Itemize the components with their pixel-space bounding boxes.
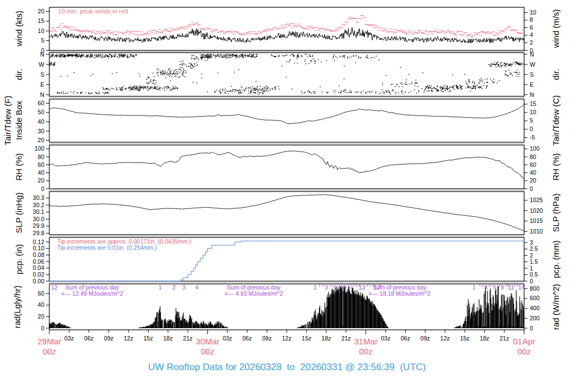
dir-dot bbox=[244, 90, 246, 91]
dir-dot bbox=[140, 76, 141, 77]
dir-dot bbox=[422, 88, 423, 90]
dir-dot bbox=[104, 57, 105, 58]
dir-dot bbox=[467, 86, 469, 87]
dir-dot bbox=[315, 91, 316, 92]
dir-dot bbox=[113, 56, 114, 57]
dir-dot bbox=[195, 59, 196, 60]
dir-dot bbox=[268, 91, 269, 92]
dir-dot bbox=[174, 71, 175, 72]
dir-dot bbox=[104, 94, 105, 95]
dir-dot bbox=[473, 81, 474, 82]
x-label-minor: 12z bbox=[124, 335, 133, 342]
dir-dot bbox=[285, 55, 286, 56]
dir-dot bbox=[472, 82, 473, 83]
dir-dot bbox=[235, 58, 237, 59]
dir-dot bbox=[342, 55, 344, 57]
dir-dot bbox=[95, 92, 96, 94]
dir-dot bbox=[114, 54, 115, 55]
dir-dot bbox=[219, 57, 220, 58]
dir-dot bbox=[297, 63, 298, 64]
dir-dot bbox=[405, 92, 406, 93]
dir-dot bbox=[386, 75, 387, 76]
dir-dot bbox=[504, 65, 505, 66]
dir-dot bbox=[228, 54, 229, 55]
dir-dot bbox=[55, 55, 56, 56]
dir-dot bbox=[163, 73, 164, 74]
dir-dot bbox=[121, 87, 122, 88]
dir-dot bbox=[184, 76, 186, 77]
dir-dot bbox=[226, 54, 227, 55]
dir-dot bbox=[351, 57, 352, 58]
dir-dot bbox=[335, 90, 336, 91]
dir-dot bbox=[256, 88, 257, 90]
dir-dot bbox=[408, 74, 409, 75]
dir-dot bbox=[129, 87, 130, 88]
dir-dot bbox=[274, 56, 275, 57]
axis-title-slp-left: SLP (inHg) bbox=[14, 192, 24, 233]
x-label-minor: 09z bbox=[104, 335, 113, 342]
dir-dot bbox=[469, 82, 470, 83]
dir-dot bbox=[505, 71, 506, 72]
dir-dot bbox=[176, 69, 177, 70]
dir-dot bbox=[147, 90, 149, 91]
dir-dot bbox=[278, 86, 279, 87]
dir-dot bbox=[182, 60, 183, 62]
dir-dot bbox=[498, 64, 499, 65]
dir-dot bbox=[174, 76, 175, 77]
dir-dot bbox=[446, 86, 447, 87]
dir-dot bbox=[258, 94, 259, 95]
annotation: 3 bbox=[182, 284, 186, 291]
annotation: 3 bbox=[484, 284, 488, 291]
x-label-minor: 18z bbox=[480, 335, 489, 342]
dir-dot bbox=[415, 80, 416, 81]
dir-dot bbox=[497, 62, 498, 63]
dir-dot bbox=[334, 54, 335, 55]
tick-label-rh-right: 40 bbox=[530, 169, 536, 176]
dir-dot bbox=[358, 91, 359, 92]
dir-dot bbox=[201, 77, 202, 78]
dir-dot bbox=[262, 89, 263, 90]
dir-dot bbox=[183, 64, 184, 66]
dir-dot bbox=[154, 80, 155, 81]
dir-dot bbox=[466, 81, 467, 82]
dir-dot bbox=[496, 63, 497, 64]
dir-dot bbox=[465, 88, 466, 89]
dir-dot bbox=[65, 57, 66, 58]
dir-dot bbox=[59, 56, 61, 57]
dir-dot bbox=[516, 72, 517, 73]
dir-dot bbox=[340, 57, 341, 58]
dir-dot bbox=[355, 92, 357, 93]
dir-dot bbox=[53, 54, 54, 55]
dir-dot bbox=[344, 78, 345, 80]
dir-dot bbox=[334, 60, 335, 62]
dir-dot bbox=[406, 84, 408, 85]
dir-dot bbox=[81, 92, 82, 93]
dir-dot bbox=[103, 55, 104, 57]
dir-dot bbox=[154, 88, 155, 89]
dir-dot bbox=[408, 92, 409, 94]
dir-dot bbox=[429, 85, 430, 86]
x-label-minor: 18z bbox=[163, 335, 173, 342]
dir-dot bbox=[347, 57, 348, 58]
dir-dot bbox=[124, 55, 126, 57]
dir-dot bbox=[460, 85, 461, 86]
dir-dot bbox=[293, 54, 294, 55]
annotation: 2 bbox=[172, 284, 175, 291]
dir-dot bbox=[469, 87, 470, 88]
dir-dot bbox=[376, 91, 377, 92]
dir-dot bbox=[501, 67, 502, 68]
dir-dot bbox=[180, 69, 182, 70]
tick-label-rh-left: 60 bbox=[38, 161, 44, 168]
tick-label-pcp-right: 0.5 bbox=[530, 271, 538, 278]
dir-dot bbox=[358, 57, 359, 58]
dir-dot bbox=[64, 55, 66, 56]
dir-dot bbox=[475, 84, 476, 85]
dir-dot bbox=[475, 88, 476, 90]
dir-dot bbox=[231, 86, 232, 87]
dir-dot bbox=[309, 63, 310, 64]
dir-dot bbox=[517, 74, 519, 75]
dir-dot bbox=[410, 91, 411, 92]
dir-dot bbox=[388, 90, 389, 91]
dir-dot bbox=[439, 87, 441, 88]
dir-dot bbox=[487, 85, 488, 86]
